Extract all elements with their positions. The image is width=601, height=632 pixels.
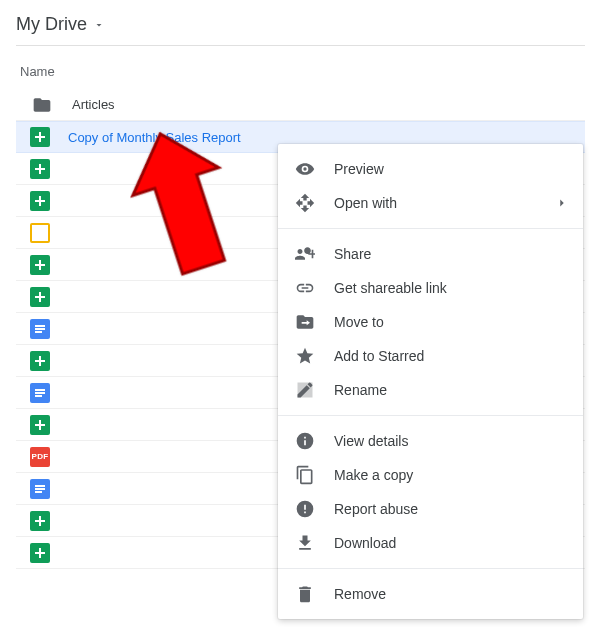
menu-add-starred[interactable]: Add to Starred bbox=[278, 339, 583, 373]
chevron-right-icon bbox=[555, 196, 569, 210]
menu-label: Remove bbox=[334, 586, 386, 602]
menu-label: Rename bbox=[334, 382, 387, 398]
sheets-icon bbox=[30, 159, 50, 179]
pdf-icon: PDF bbox=[30, 447, 50, 467]
sheets-icon bbox=[30, 255, 50, 275]
sheets-icon bbox=[30, 543, 50, 563]
eye-icon bbox=[294, 158, 316, 180]
menu-preview[interactable]: Preview bbox=[278, 152, 583, 186]
menu-label: Add to Starred bbox=[334, 348, 424, 364]
info-icon bbox=[294, 430, 316, 452]
menu-view-details[interactable]: View details bbox=[278, 424, 583, 458]
menu-label: Move to bbox=[334, 314, 384, 330]
menu-label: Share bbox=[334, 246, 371, 262]
menu-separator bbox=[278, 415, 583, 416]
open-with-icon bbox=[294, 192, 316, 214]
dropdown-caret-icon bbox=[93, 19, 105, 31]
menu-label: Download bbox=[334, 535, 396, 551]
copy-icon bbox=[294, 464, 316, 486]
sheets-icon bbox=[30, 351, 50, 371]
menu-open-with[interactable]: Open with bbox=[278, 186, 583, 220]
docs-icon bbox=[30, 319, 50, 339]
link-icon bbox=[294, 277, 316, 299]
menu-separator bbox=[278, 228, 583, 229]
menu-rename[interactable]: Rename bbox=[278, 373, 583, 407]
star-icon bbox=[294, 345, 316, 367]
menu-label: Get shareable link bbox=[334, 280, 447, 296]
docs-icon bbox=[30, 383, 50, 403]
move-icon bbox=[294, 311, 316, 333]
menu-make-copy[interactable]: Make a copy bbox=[278, 458, 583, 492]
file-label: Articles bbox=[72, 97, 115, 112]
trash-icon bbox=[294, 583, 316, 605]
sheets-icon bbox=[30, 287, 50, 307]
sheets-icon bbox=[30, 191, 50, 211]
menu-remove[interactable]: Remove bbox=[278, 577, 583, 611]
menu-label: Report abuse bbox=[334, 501, 418, 517]
sheets-icon bbox=[30, 415, 50, 435]
report-icon bbox=[294, 498, 316, 520]
menu-label: Open with bbox=[334, 195, 397, 211]
menu-label: Make a copy bbox=[334, 467, 413, 483]
menu-share[interactable]: Share bbox=[278, 237, 583, 271]
docs-icon bbox=[30, 479, 50, 499]
sheets-icon bbox=[30, 511, 50, 531]
breadcrumb[interactable]: My Drive bbox=[16, 8, 585, 46]
context-menu: Preview Open with Share Get shareable li… bbox=[278, 144, 583, 619]
menu-move-to[interactable]: Move to bbox=[278, 305, 583, 339]
menu-separator bbox=[278, 568, 583, 569]
download-icon bbox=[294, 532, 316, 554]
slides-icon bbox=[30, 223, 50, 243]
rename-icon bbox=[294, 379, 316, 401]
menu-label: View details bbox=[334, 433, 408, 449]
menu-label: Preview bbox=[334, 161, 384, 177]
menu-report-abuse[interactable]: Report abuse bbox=[278, 492, 583, 526]
file-row-folder[interactable]: Articles bbox=[16, 89, 585, 121]
menu-get-link[interactable]: Get shareable link bbox=[278, 271, 583, 305]
column-header-name[interactable]: Name bbox=[16, 60, 585, 89]
file-label: Copy of Monthly Sales Report bbox=[68, 130, 241, 145]
folder-icon bbox=[30, 95, 54, 115]
menu-download[interactable]: Download bbox=[278, 526, 583, 560]
share-icon bbox=[294, 243, 316, 265]
breadcrumb-title: My Drive bbox=[16, 14, 87, 35]
sheets-icon bbox=[30, 127, 50, 147]
